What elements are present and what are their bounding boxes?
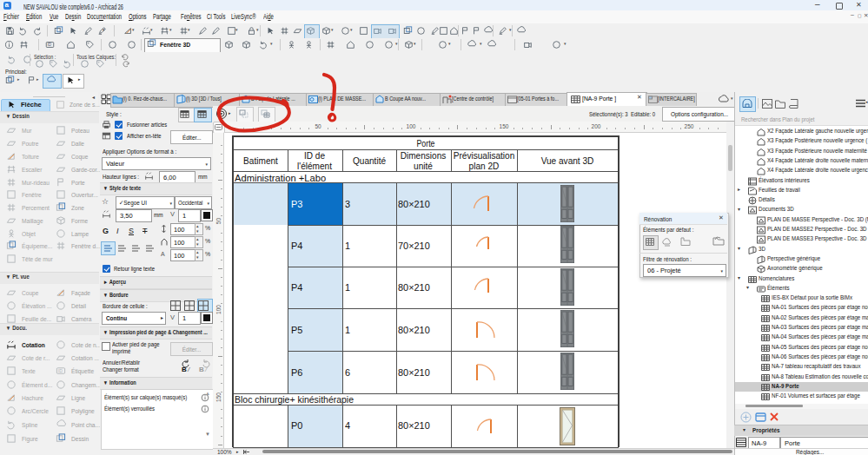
- svg-text:B: B: [182, 366, 187, 373]
- svg-text:B: B: [199, 366, 204, 373]
- svg-text:ID: ID: [48, 43, 52, 47]
- svg-text:ID: ID: [58, 368, 63, 373]
- svg-text:/: /: [204, 366, 208, 373]
- svg-text:/: /: [187, 366, 190, 373]
